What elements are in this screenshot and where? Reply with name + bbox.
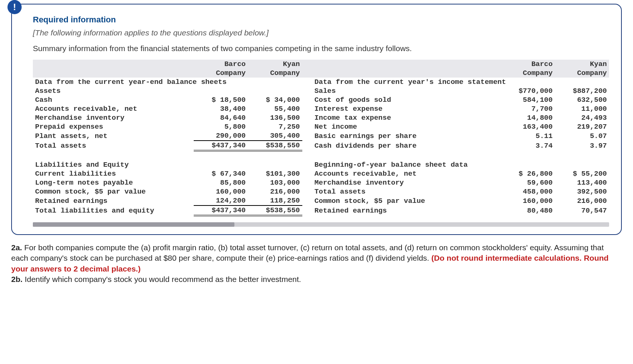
col-barco2: Barco (501, 60, 555, 69)
table-row: Prepaid expenses 5,800 7,250 Net income … (33, 122, 609, 131)
table-row: Liabilities and Equity Beginning-of-year… (33, 160, 609, 169)
summary-line: Summary information from the financial s… (33, 44, 609, 53)
col-kyan2: Kyan (555, 60, 609, 69)
table-row: Cash $ 18,500 $ 34,000 Cost of goods sol… (33, 95, 609, 104)
table-row: Total assets $437,340 $538,550 Cash divi… (33, 141, 609, 151)
italic-note: [The following information applies to th… (33, 28, 609, 37)
section-title: Data from the current year's income stat… (312, 78, 609, 87)
alert-icon: ! (7, 0, 22, 14)
required-heading: Required information (33, 15, 609, 25)
table-row: Data from the current year-end balance s… (33, 78, 609, 87)
col-barco: Barco (194, 60, 248, 69)
col-kyan: Kyan (248, 60, 302, 69)
table-row: Current liabilities $ 67,340 $101,300 Ac… (33, 169, 609, 178)
table-row: Long-term notes payable 85,800 103,000 M… (33, 178, 609, 187)
question-text: 2a. For both companies compute the (a) p… (11, 242, 622, 285)
q2b-label: 2b. (11, 275, 22, 283)
table-row: Total liabilities and equity $437,340 $5… (33, 205, 609, 216)
section-title: Data from the current year-end balance s… (33, 78, 302, 87)
header-row-2: Company Company Company Company (33, 69, 609, 78)
table-row: Common stock, $5 par value 160,000 216,0… (33, 187, 609, 196)
horizontal-scrollbar[interactable] (33, 222, 609, 227)
table-row: Accounts receivable, net 38,400 55,400 I… (33, 104, 609, 113)
table-row: Merchandise inventory 84,640 136,500 Inc… (33, 113, 609, 122)
q2a-label: 2a. (11, 243, 22, 252)
header-row-1: Barco Kyan Barco Kyan (33, 60, 609, 69)
table-row: Retained earnings 124,200 118,250 Common… (33, 196, 609, 205)
required-info-box: ! Required information [The following in… (11, 4, 622, 235)
q2b-text: Identify which company's stock you would… (22, 275, 301, 283)
table-row: Assets Sales $770,000 $887,200 (33, 87, 609, 95)
spacer-row (33, 151, 609, 160)
table-row: Plant assets, net 290,000 305,400 Basic … (33, 131, 609, 141)
financial-table: Barco Kyan Barco Kyan Company Company Co… (33, 60, 609, 216)
